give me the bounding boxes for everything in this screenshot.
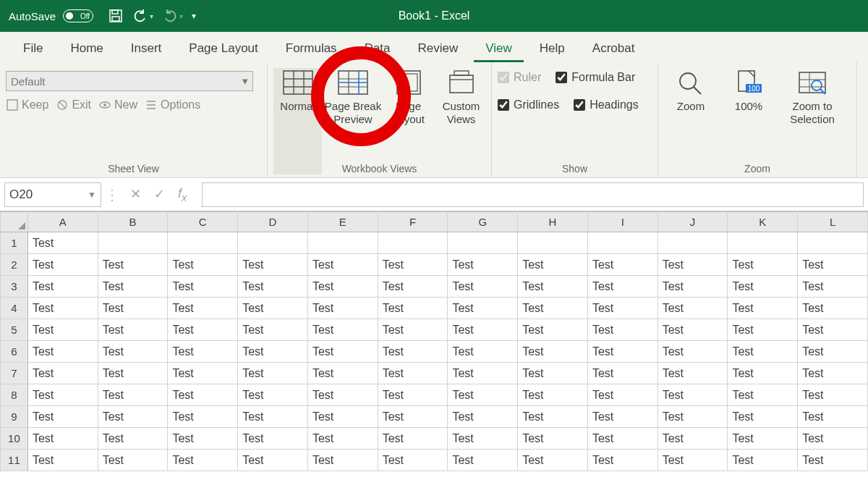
- headings-checkbox[interactable]: Headings: [574, 98, 639, 111]
- cell[interactable]: Test: [728, 406, 798, 428]
- tab-view[interactable]: View: [474, 35, 524, 62]
- cell[interactable]: Test: [168, 254, 238, 276]
- zoom-button[interactable]: Zoom: [664, 68, 718, 174]
- formula-bar-checkbox[interactable]: Formula Bar: [556, 71, 635, 84]
- zoom-to-selection-button[interactable]: Zoom to Selection: [780, 68, 845, 174]
- cell[interactable]: Test: [307, 384, 378, 406]
- cell[interactable]: Test: [98, 428, 168, 450]
- cell[interactable]: Test: [587, 428, 658, 450]
- cell[interactable]: Test: [27, 450, 98, 471]
- cell[interactable]: Test: [27, 319, 98, 341]
- cell[interactable]: Test: [27, 232, 98, 254]
- cell[interactable]: Test: [168, 363, 238, 384]
- row-header[interactable]: 1: [1, 232, 28, 254]
- cell[interactable]: Test: [658, 319, 728, 341]
- enter-icon[interactable]: ✓: [154, 186, 165, 203]
- cell[interactable]: [168, 232, 238, 254]
- row-header[interactable]: 4: [1, 298, 28, 319]
- cell[interactable]: Test: [238, 450, 308, 471]
- cell[interactable]: Test: [448, 276, 518, 298]
- cell[interactable]: Test: [658, 450, 728, 471]
- autosave-toggle[interactable]: Off: [63, 9, 93, 22]
- page-break-preview-button[interactable]: Page Break Preview: [326, 68, 380, 174]
- cell[interactable]: Test: [518, 254, 588, 276]
- cell[interactable]: Test: [728, 428, 798, 450]
- custom-views-button[interactable]: Custom Views: [437, 68, 485, 174]
- cell[interactable]: Test: [448, 254, 518, 276]
- cell[interactable]: Test: [728, 363, 798, 384]
- cell[interactable]: Test: [98, 450, 168, 471]
- row-header[interactable]: 10: [1, 428, 28, 450]
- cell[interactable]: Test: [27, 363, 98, 384]
- row-header[interactable]: 5: [1, 319, 28, 341]
- cell[interactable]: Test: [587, 450, 658, 471]
- row-header[interactable]: 3: [1, 276, 28, 298]
- cell[interactable]: Test: [27, 276, 98, 298]
- cell[interactable]: Test: [518, 428, 588, 450]
- cell[interactable]: Test: [518, 298, 588, 319]
- cell[interactable]: Test: [728, 298, 798, 319]
- row-header[interactable]: 11: [1, 450, 28, 471]
- cell[interactable]: Test: [378, 276, 448, 298]
- cell[interactable]: [518, 232, 588, 254]
- cell[interactable]: Test: [798, 384, 868, 406]
- cell[interactable]: Test: [307, 298, 378, 319]
- cell[interactable]: Test: [798, 319, 868, 341]
- cell[interactable]: Test: [378, 319, 448, 341]
- cell[interactable]: Test: [307, 406, 378, 428]
- column-header[interactable]: H: [518, 212, 588, 232]
- tab-review[interactable]: Review: [407, 35, 470, 62]
- cell[interactable]: Test: [98, 363, 168, 384]
- cell[interactable]: [587, 232, 658, 254]
- cell[interactable]: [238, 232, 308, 254]
- cell[interactable]: Test: [587, 319, 658, 341]
- cell[interactable]: Test: [518, 363, 588, 384]
- cell[interactable]: Test: [378, 406, 448, 428]
- column-header[interactable]: L: [798, 212, 868, 232]
- cell[interactable]: Test: [658, 363, 728, 384]
- column-header[interactable]: J: [658, 212, 728, 232]
- cell[interactable]: Test: [378, 450, 448, 471]
- cell[interactable]: Test: [728, 319, 798, 341]
- cell[interactable]: Test: [307, 450, 378, 471]
- cell[interactable]: Test: [307, 428, 378, 450]
- cell[interactable]: Test: [658, 341, 728, 363]
- cell[interactable]: Test: [27, 254, 98, 276]
- cell[interactable]: Test: [238, 254, 308, 276]
- cell[interactable]: [658, 232, 728, 254]
- column-header[interactable]: A: [27, 212, 98, 232]
- column-header[interactable]: K: [728, 212, 798, 232]
- tab-acrobat[interactable]: Acrobat: [581, 35, 647, 62]
- cell[interactable]: Test: [728, 254, 798, 276]
- cell[interactable]: Test: [168, 276, 238, 298]
- cell[interactable]: Test: [658, 276, 728, 298]
- autosave-toggle-group[interactable]: AutoSave Off: [9, 9, 93, 22]
- cell[interactable]: Test: [728, 276, 798, 298]
- cell[interactable]: Test: [378, 341, 448, 363]
- cell[interactable]: Test: [238, 276, 308, 298]
- cell[interactable]: Test: [27, 428, 98, 450]
- customize-qat-button[interactable]: ▾: [192, 11, 196, 21]
- column-header[interactable]: F: [378, 212, 448, 232]
- cell[interactable]: Test: [518, 319, 588, 341]
- cell[interactable]: Test: [798, 363, 868, 384]
- cell[interactable]: Test: [98, 406, 168, 428]
- cell[interactable]: Test: [587, 298, 658, 319]
- cell[interactable]: Test: [587, 341, 658, 363]
- options-button[interactable]: Options: [145, 98, 200, 111]
- cell[interactable]: Test: [448, 341, 518, 363]
- cell[interactable]: Test: [168, 341, 238, 363]
- cell[interactable]: Test: [238, 428, 308, 450]
- cell[interactable]: Test: [98, 384, 168, 406]
- cell[interactable]: Test: [448, 450, 518, 471]
- cell[interactable]: Test: [728, 384, 798, 406]
- cell[interactable]: Test: [98, 254, 168, 276]
- cell[interactable]: Test: [27, 406, 98, 428]
- cell[interactable]: [378, 232, 448, 254]
- cell[interactable]: Test: [798, 428, 868, 450]
- cell[interactable]: Test: [518, 384, 588, 406]
- cell[interactable]: Test: [27, 384, 98, 406]
- keep-button[interactable]: Keep: [6, 98, 48, 111]
- cell[interactable]: Test: [378, 384, 448, 406]
- cell[interactable]: Test: [307, 254, 378, 276]
